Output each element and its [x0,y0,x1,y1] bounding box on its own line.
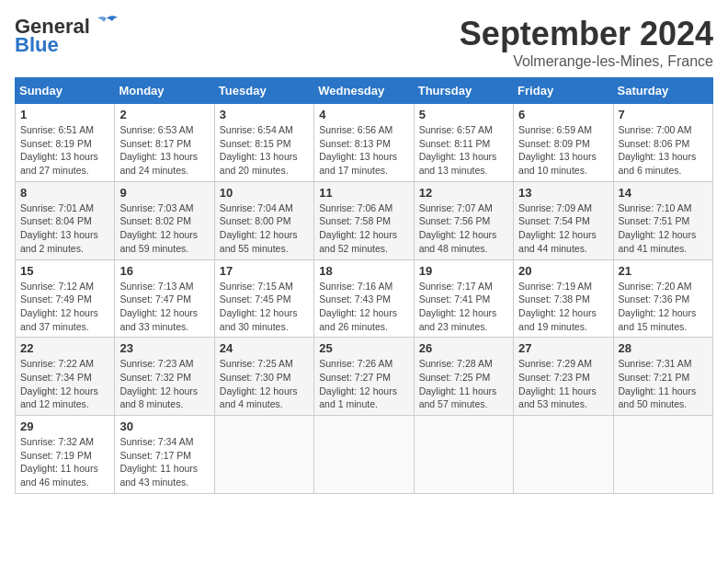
logo: General Blue [15,15,119,55]
day-info: Sunrise: 7:12 AMSunset: 7:49 PMDaylight:… [20,280,109,334]
day-number: 27 [518,341,608,355]
calendar-week-row: 15Sunrise: 7:12 AMSunset: 7:49 PMDayligh… [16,259,713,338]
day-number: 22 [20,341,109,355]
day-info: Sunrise: 7:19 AMSunset: 7:38 PMDaylight:… [518,280,608,334]
calendar-cell: 26Sunrise: 7:28 AMSunset: 7:25 PMDayligh… [414,338,513,416]
day-info: Sunrise: 7:16 AMSunset: 7:43 PMDaylight:… [319,280,408,334]
calendar-cell [414,416,513,494]
day-number: 29 [20,419,109,433]
day-info: Sunrise: 7:25 AMSunset: 7:30 PMDaylight:… [220,357,309,411]
calendar-cell: 28Sunrise: 7:31 AMSunset: 7:21 PMDayligh… [613,338,712,416]
day-number: 21 [619,264,708,278]
calendar-cell: 10Sunrise: 7:04 AMSunset: 8:00 PMDayligh… [214,181,313,259]
calendar-cell: 18Sunrise: 7:16 AMSunset: 7:43 PMDayligh… [314,259,414,338]
day-info: Sunrise: 7:17 AMSunset: 7:41 PMDaylight:… [419,280,508,334]
day-info: Sunrise: 7:32 AMSunset: 7:19 PMDaylight:… [20,435,109,489]
day-info: Sunrise: 7:31 AMSunset: 7:21 PMDaylight:… [619,357,708,411]
day-info: Sunrise: 7:06 AMSunset: 7:58 PMDaylight:… [319,201,408,256]
day-info: Sunrise: 7:15 AMSunset: 7:45 PMDaylight:… [220,280,309,334]
day-info: Sunrise: 6:51 AMSunset: 8:19 PMDaylight:… [20,123,109,178]
day-info: Sunrise: 7:13 AMSunset: 7:47 PMDaylight:… [119,280,209,334]
title-block: September 2024 Volmerange-les-Mines, Fra… [460,15,713,70]
calendar-cell [314,416,414,494]
day-number: 11 [319,186,408,200]
calendar-cell: 6Sunrise: 6:59 AMSunset: 8:09 PMDaylight… [514,104,613,182]
day-number: 28 [619,341,708,355]
day-number: 6 [518,108,608,121]
day-number: 19 [419,264,508,278]
calendar-week-row: 1Sunrise: 6:51 AMSunset: 8:19 PMDaylight… [16,104,713,182]
day-number: 3 [220,108,309,121]
calendar-cell: 30Sunrise: 7:34 AMSunset: 7:17 PMDayligh… [115,416,214,494]
day-number: 14 [619,186,708,200]
day-number: 18 [319,264,408,278]
day-info: Sunrise: 6:59 AMSunset: 8:09 PMDaylight:… [518,123,608,178]
day-info: Sunrise: 7:28 AMSunset: 7:25 PMDaylight:… [419,357,508,411]
day-number: 8 [20,186,109,200]
calendar-cell: 27Sunrise: 7:29 AMSunset: 7:23 PMDayligh… [514,338,613,416]
day-number: 10 [220,186,309,200]
weekday-header: Monday [115,78,214,104]
calendar-cell [214,416,313,494]
day-number: 17 [220,264,309,278]
weekday-header: Saturday [613,78,712,104]
day-info: Sunrise: 6:57 AMSunset: 8:11 PMDaylight:… [419,123,508,178]
calendar-cell: 3Sunrise: 6:54 AMSunset: 8:15 PMDaylight… [214,104,313,182]
weekday-header: Wednesday [314,78,414,104]
day-number: 16 [119,264,209,278]
calendar-week-row: 29Sunrise: 7:32 AMSunset: 7:19 PMDayligh… [16,416,713,494]
calendar-cell: 17Sunrise: 7:15 AMSunset: 7:45 PMDayligh… [214,259,313,338]
calendar-cell: 16Sunrise: 7:13 AMSunset: 7:47 PMDayligh… [115,259,214,338]
day-info: Sunrise: 7:03 AMSunset: 8:02 PMDaylight:… [119,201,209,256]
calendar-week-row: 8Sunrise: 7:01 AMSunset: 8:04 PMDaylight… [16,181,713,259]
calendar-cell: 22Sunrise: 7:22 AMSunset: 7:34 PMDayligh… [16,338,115,416]
day-info: Sunrise: 7:01 AMSunset: 8:04 PMDaylight:… [20,201,109,256]
day-number: 23 [119,341,209,355]
calendar-cell: 21Sunrise: 7:20 AMSunset: 7:36 PMDayligh… [613,259,712,338]
calendar-cell [613,416,712,494]
day-info: Sunrise: 7:04 AMSunset: 8:00 PMDaylight:… [220,201,309,256]
calendar-cell: 19Sunrise: 7:17 AMSunset: 7:41 PMDayligh… [414,259,513,338]
weekday-header: Friday [514,78,613,104]
calendar-cell: 1Sunrise: 6:51 AMSunset: 8:19 PMDaylight… [16,104,115,182]
day-info: Sunrise: 7:09 AMSunset: 7:54 PMDaylight:… [518,201,608,256]
calendar-cell [514,416,613,494]
calendar-cell: 24Sunrise: 7:25 AMSunset: 7:30 PMDayligh… [214,338,313,416]
calendar-cell: 15Sunrise: 7:12 AMSunset: 7:49 PMDayligh… [16,259,115,338]
calendar-cell: 8Sunrise: 7:01 AMSunset: 8:04 PMDaylight… [16,181,115,259]
calendar-cell: 13Sunrise: 7:09 AMSunset: 7:54 PMDayligh… [514,181,613,259]
day-number: 24 [220,341,309,355]
day-number: 9 [119,186,209,200]
day-number: 15 [20,264,109,278]
calendar-cell: 2Sunrise: 6:53 AMSunset: 8:17 PMDaylight… [115,104,214,182]
day-number: 25 [319,341,408,355]
weekday-header: Sunday [16,78,115,104]
day-number: 4 [319,108,408,121]
day-number: 12 [419,186,508,200]
day-number: 7 [619,108,708,121]
logo-bird-icon [94,15,119,35]
month-title: September 2024 [460,15,713,53]
weekday-header-row: SundayMondayTuesdayWednesdayThursdayFrid… [16,78,713,104]
day-info: Sunrise: 7:10 AMSunset: 7:51 PMDaylight:… [619,201,708,256]
day-info: Sunrise: 7:20 AMSunset: 7:36 PMDaylight:… [619,280,708,334]
location-title: Volmerange-les-Mines, France [460,53,713,70]
page-header: General Blue September 2024 Volmerange-l… [15,15,713,70]
day-info: Sunrise: 6:53 AMSunset: 8:17 PMDaylight:… [119,123,209,178]
day-info: Sunrise: 7:29 AMSunset: 7:23 PMDaylight:… [518,357,608,411]
calendar-cell: 11Sunrise: 7:06 AMSunset: 7:58 PMDayligh… [314,181,414,259]
day-info: Sunrise: 7:34 AMSunset: 7:17 PMDaylight:… [119,435,209,489]
day-info: Sunrise: 7:00 AMSunset: 8:06 PMDaylight:… [619,123,708,178]
day-info: Sunrise: 7:26 AMSunset: 7:27 PMDaylight:… [319,357,408,411]
day-number: 13 [518,186,608,200]
calendar-week-row: 22Sunrise: 7:22 AMSunset: 7:34 PMDayligh… [16,338,713,416]
day-number: 2 [119,108,209,121]
day-info: Sunrise: 6:56 AMSunset: 8:13 PMDaylight:… [319,123,408,178]
calendar-table: SundayMondayTuesdayWednesdayThursdayFrid… [15,77,713,494]
calendar-cell: 9Sunrise: 7:03 AMSunset: 8:02 PMDaylight… [115,181,214,259]
calendar-cell: 29Sunrise: 7:32 AMSunset: 7:19 PMDayligh… [16,416,115,494]
calendar-cell: 14Sunrise: 7:10 AMSunset: 7:51 PMDayligh… [613,181,712,259]
day-info: Sunrise: 6:54 AMSunset: 8:15 PMDaylight:… [220,123,309,178]
day-number: 5 [419,108,508,121]
calendar-cell: 5Sunrise: 6:57 AMSunset: 8:11 PMDaylight… [414,104,513,182]
